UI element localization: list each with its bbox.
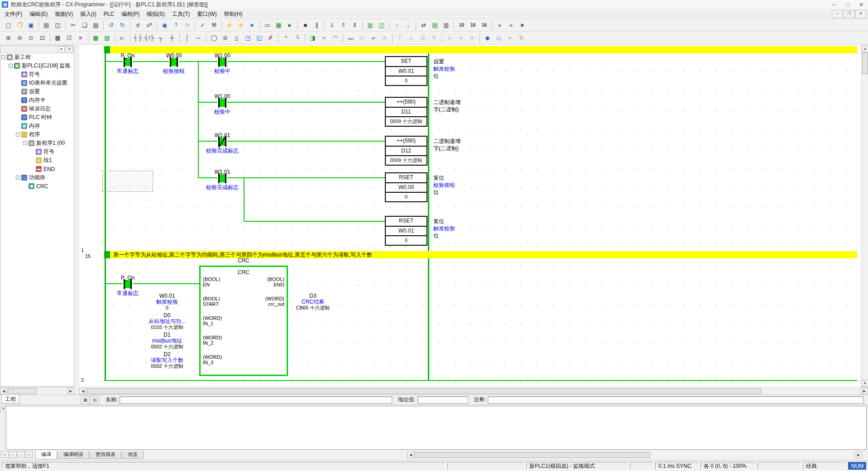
tree-toggle[interactable] — [16, 124, 20, 128]
open-file-icon[interactable]: ❐ — [14, 20, 25, 30]
instruction-block-set[interactable]: SET W0.01 0 — [385, 56, 427, 86]
compare-with-plc-icon[interactable]: ⇕ — [350, 20, 360, 30]
new-instruction-icon[interactable]: ▯ — [231, 33, 242, 43]
cross-reference-icon[interactable]: ⇄ — [418, 20, 429, 30]
redo-icon[interactable]: ↻ — [117, 20, 128, 30]
align-top-icon[interactable]: ⊤ — [395, 33, 405, 43]
tree-toggle[interactable] — [16, 98, 20, 102]
tab-project[interactable]: 工程 — [1, 395, 19, 404]
mdi-restore-button[interactable]: ❐ — [844, 10, 854, 18]
tree-item-program1[interactable]: - ▤ 新程序1 (00 — [0, 139, 74, 147]
comment-field[interactable] — [488, 396, 863, 404]
style-icon[interactable]: ▬ — [345, 33, 356, 43]
menu-window[interactable]: 窗口(W) — [193, 9, 220, 19]
new-closed-coil-icon[interactable]: ⊘ — [220, 33, 230, 43]
minimize-button[interactable]: ─ — [827, 0, 841, 9]
tree-item-plc[interactable]: - ▦ 新PLC1[CJ1M] 监视 — [0, 62, 74, 70]
border-style-icon[interactable]: ▭ — [357, 33, 367, 43]
tab-compile-errors[interactable]: 编译错误 — [58, 451, 89, 459]
tree-item-settings[interactable]: ⚙ 设置 — [0, 87, 74, 96]
transfer-from-plc-icon[interactable]: ⇑ — [338, 20, 349, 30]
tree-item-section1[interactable]: ▤ 段1 — [0, 156, 74, 165]
new-vertical-line-icon[interactable]: │ — [182, 33, 192, 43]
next-tab-button[interactable]: › — [17, 451, 25, 458]
scroll-right-button[interactable]: ▶ — [861, 388, 868, 395]
undo-icon[interactable]: ↺ — [106, 20, 116, 30]
close-icon[interactable]: ✕ — [66, 46, 73, 52]
align-bottom-icon[interactable]: ⊥ — [406, 33, 417, 43]
panel-splitter[interactable] — [74, 45, 79, 395]
address-field[interactable] — [417, 396, 468, 404]
delete-tool-icon[interactable]: ✗ — [265, 33, 276, 43]
find-next-error-icon[interactable]: ➢ — [505, 33, 515, 43]
instruction-block-rset-w001[interactable]: RSET W0.01 0 — [385, 216, 427, 246]
time-chart-icon[interactable]: ◠ — [330, 33, 340, 43]
monitor-mode-icon[interactable]: ▦ — [273, 20, 284, 30]
fill-style-icon[interactable]: ▰ — [368, 33, 379, 43]
comment-display-toggle-icon[interactable]: ▤ — [91, 396, 99, 404]
overview-window-icon[interactable]: ☷ — [64, 33, 74, 43]
tree-toggle[interactable] — [30, 167, 34, 171]
tab-find-report[interactable]: 查找报表 — [90, 451, 121, 459]
maximize-button[interactable]: □ — [841, 0, 854, 9]
menu-view[interactable]: 视图(V) — [51, 9, 77, 19]
scroll-thumb[interactable] — [8, 388, 37, 394]
tree-item-fb-crc[interactable]: ▣ CRC — [0, 182, 74, 190]
zoom-100-icon[interactable]: ⊙ — [26, 33, 36, 43]
pause-monitoring-icon[interactable]: ◫ — [376, 20, 387, 30]
data-trace-icon[interactable]: ≈ — [319, 33, 329, 43]
tree-item-memory[interactable]: ▦ 内存 — [0, 122, 74, 130]
tree-item-symbols[interactable]: ▦ 符号 — [0, 70, 74, 79]
about-icon[interactable]: ◉ — [159, 20, 170, 30]
menu-program[interactable]: 编程(P) — [118, 9, 143, 19]
program-check-icon[interactable]: ✓ — [197, 20, 208, 30]
tree-toggle[interactable] — [16, 72, 20, 76]
tree-toggle[interactable] — [16, 107, 20, 111]
grid-icon[interactable]: ▦ — [53, 33, 63, 43]
new-fb-parameter-icon[interactable]: ◱ — [254, 33, 264, 43]
go-to-rung-icon[interactable]: ➤ — [517, 20, 528, 30]
close-button[interactable]: ✕ — [854, 0, 868, 9]
mdi-minimize-button[interactable]: ─ — [832, 10, 843, 18]
tree-item-error-log[interactable]: ▤ 错误日志 — [0, 105, 74, 113]
next-reference-icon[interactable]: » — [506, 20, 516, 30]
auto-online-icon[interactable]: ➤ — [247, 20, 257, 30]
print-icon[interactable]: ▤ — [41, 20, 52, 30]
tree-toggle[interactable] — [23, 184, 27, 188]
tab-transfer[interactable]: 传送 — [122, 451, 144, 459]
scroll-thumb[interactable] — [87, 388, 761, 394]
scroll-right-button[interactable]: ▶ — [67, 388, 74, 395]
watch-add-icon[interactable]: ◨ — [307, 33, 318, 43]
print-preview-icon[interactable]: ◫ — [53, 20, 63, 30]
transfer-to-plc-icon[interactable]: ⇓ — [327, 20, 337, 30]
cut-icon[interactable]: ✂ — [68, 20, 78, 30]
prev-tab-button[interactable]: ‹ — [9, 451, 17, 458]
previous-reference-icon[interactable]: « — [494, 20, 505, 30]
new-file-icon[interactable]: ▢ — [3, 20, 14, 30]
new-closed-or-contact-icon[interactable]: ┼ — [167, 33, 177, 43]
tree-item-io-table[interactable]: ▥ IO表和单元设置 — [0, 79, 74, 87]
scroll-down-button[interactable]: ▼ — [862, 380, 868, 387]
force-off-icon[interactable]: ↓ — [403, 20, 413, 30]
scroll-thumb[interactable] — [415, 452, 650, 458]
navigate-next-icon[interactable]: ◇ — [494, 33, 504, 43]
menu-simulation[interactable]: 模拟(S) — [143, 9, 168, 19]
signed-decimal-display-icon[interactable]: 10 — [468, 20, 478, 30]
tree-toggle[interactable] — [30, 158, 34, 162]
compile-icon[interactable]: ⚒ — [209, 20, 219, 30]
pin-icon[interactable]: ▾ — [58, 46, 65, 52]
decimal-display-icon[interactable]: 10 — [456, 20, 467, 30]
scroll-left-button[interactable]: ◀ — [0, 388, 7, 395]
show-rung-comments-icon[interactable]: ≡ — [75, 33, 86, 43]
last-tab-button[interactable]: » — [25, 451, 33, 458]
first-tab-button[interactable]: « — [1, 451, 9, 458]
name-field[interactable] — [120, 396, 392, 404]
run-mode-icon[interactable]: ► — [285, 20, 295, 30]
pause-icon[interactable]: ∥ — [312, 20, 322, 30]
tree-item-program1-symbols[interactable]: ▦ 符号 — [0, 147, 74, 156]
work-online-simulator-icon[interactable]: ⚡ — [235, 20, 246, 30]
tree-toggle[interactable] — [16, 90, 20, 94]
tree-toggle[interactable]: - — [1, 55, 5, 59]
tree-item-project-root[interactable]: - ▣ 新工程 — [0, 53, 74, 62]
context-help-icon[interactable]: ☞ — [182, 20, 192, 30]
